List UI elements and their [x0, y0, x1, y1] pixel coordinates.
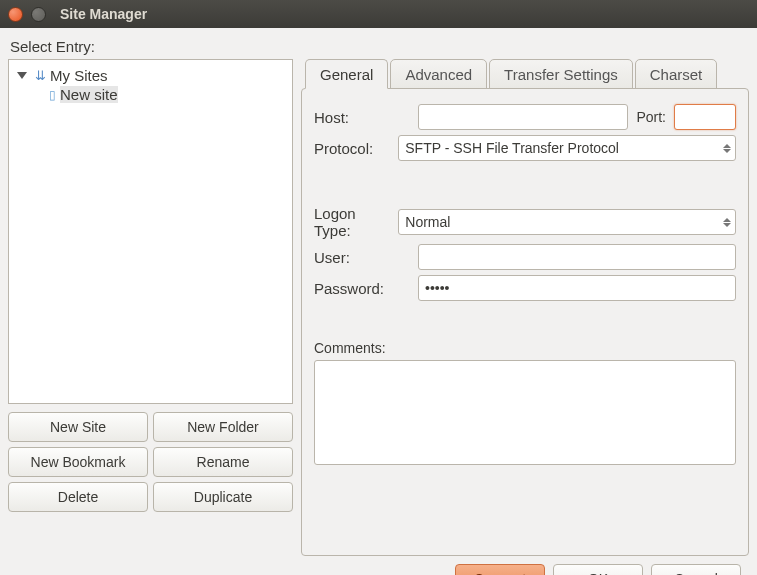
protocol-select[interactable]: SFTP - SSH File Transfer Protocol — [398, 135, 736, 161]
new-site-button[interactable]: New Site — [8, 412, 148, 442]
minimize-icon[interactable] — [31, 7, 46, 22]
user-input[interactable] — [418, 244, 736, 270]
logon-type-value: Normal — [405, 214, 450, 230]
folder-icon: ⇊ — [35, 68, 46, 83]
site-tree[interactable]: ⇊ My Sites ▯ New site — [8, 59, 293, 404]
comments-label: Comments: — [314, 340, 736, 356]
ok-button[interactable]: OK — [553, 564, 643, 575]
tree-item-label: New site — [60, 86, 118, 103]
server-icon: ▯ — [49, 88, 56, 102]
tab-charset[interactable]: Charset — [635, 59, 718, 89]
host-label: Host: — [314, 109, 410, 126]
window-title: Site Manager — [60, 6, 147, 22]
new-folder-button[interactable]: New Folder — [153, 412, 293, 442]
dropdown-icon — [723, 144, 731, 153]
host-input[interactable] — [418, 104, 628, 130]
close-icon[interactable] — [8, 7, 23, 22]
dropdown-icon — [723, 218, 731, 227]
general-panel: Host: Port: Protocol: SFTP - SSH File Tr… — [301, 88, 749, 556]
password-input[interactable] — [418, 275, 736, 301]
port-input[interactable] — [674, 104, 736, 130]
tree-root-label: My Sites — [50, 67, 108, 84]
tab-bar: General Advanced Transfer Settings Chars… — [301, 59, 749, 89]
tab-transfer-settings[interactable]: Transfer Settings — [489, 59, 633, 89]
titlebar: Site Manager — [0, 0, 757, 28]
logon-type-select[interactable]: Normal — [398, 209, 736, 235]
chevron-down-icon[interactable] — [17, 72, 27, 79]
protocol-value: SFTP - SSH File Transfer Protocol — [405, 140, 619, 156]
duplicate-button[interactable]: Duplicate — [153, 482, 293, 512]
logon-type-label: Logon Type: — [314, 205, 390, 239]
comments-textarea[interactable] — [314, 360, 736, 465]
connect-button[interactable]: Connect — [455, 564, 545, 575]
tree-item-new-site[interactable]: ▯ New site — [47, 85, 288, 104]
port-label: Port: — [636, 109, 666, 125]
new-bookmark-button[interactable]: New Bookmark — [8, 447, 148, 477]
tree-root-my-sites[interactable]: ⇊ My Sites — [13, 66, 288, 85]
password-label: Password: — [314, 280, 410, 297]
select-entry-label: Select Entry: — [10, 38, 749, 55]
cancel-button[interactable]: Cancel — [651, 564, 741, 575]
tab-general[interactable]: General — [305, 59, 388, 89]
tab-advanced[interactable]: Advanced — [390, 59, 487, 89]
delete-button[interactable]: Delete — [8, 482, 148, 512]
user-label: User: — [314, 249, 410, 266]
protocol-label: Protocol: — [314, 140, 390, 157]
rename-button[interactable]: Rename — [153, 447, 293, 477]
